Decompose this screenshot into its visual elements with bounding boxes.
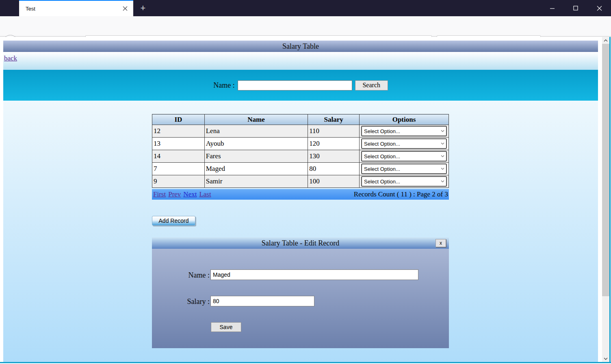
close-panel-button[interactable]: x <box>436 239 446 247</box>
table-header-row: ID Name Salary Options <box>152 114 449 125</box>
back-link[interactable]: back <box>4 54 17 62</box>
add-record-button[interactable]: Add Record <box>152 216 195 226</box>
chevron-down-icon <box>439 177 446 186</box>
minimize-button[interactable] <box>540 0 564 16</box>
edit-salary-label: Salary : <box>179 297 210 306</box>
cell-name: Lena <box>204 125 308 138</box>
cell-id: 13 <box>152 138 205 150</box>
cell-salary: 120 <box>308 138 360 150</box>
name-search-label: Name : <box>213 81 234 90</box>
table-row: 9 Samir 100 Select Option... <box>152 175 449 188</box>
cell-id: 12 <box>152 125 205 138</box>
cell-id: 9 <box>152 175 205 188</box>
table-row: 13 Ayoub 120 Select Option... <box>152 138 449 150</box>
cell-name: Maged <box>204 163 308 175</box>
options-select[interactable]: Select Option... <box>361 176 447 187</box>
options-select[interactable]: Select Option... <box>361 126 447 136</box>
window-border-right <box>609 37 611 362</box>
chevron-down-icon <box>439 164 446 173</box>
cell-salary: 130 <box>308 150 360 163</box>
cell-name: Samir <box>204 175 308 188</box>
scroll-up-icon[interactable] <box>602 37 609 44</box>
table-row: 12 Lena 110 Select Option... <box>152 125 449 138</box>
vertical-scrollbar[interactable] <box>602 37 609 362</box>
salary-table: ID Name Salary Options 12 Lena 110 Selec… <box>152 114 449 188</box>
chevron-down-icon <box>439 127 446 136</box>
back-row: back <box>3 52 598 70</box>
page-title: Salary Table <box>282 42 319 51</box>
cell-id: 14 <box>152 150 205 163</box>
browser-tab[interactable]: Test <box>19 0 133 16</box>
edit-name-label: Name : <box>182 271 210 280</box>
new-tab-button[interactable]: + <box>137 2 149 14</box>
search-band: Name : Search <box>3 70 598 101</box>
edit-panel-title: Salary Table - Edit Record <box>262 239 339 248</box>
cell-salary: 110 <box>308 125 360 138</box>
window-border-bottom <box>0 362 611 363</box>
cell-salary: 80 <box>308 163 360 175</box>
header-name: Name <box>204 114 308 125</box>
titlebar: Test + <box>0 0 611 16</box>
pagination-first-link[interactable]: First <box>153 190 166 198</box>
pagination-prev-link[interactable]: Prev <box>168 190 181 198</box>
cell-salary: 100 <box>308 175 360 188</box>
chevron-down-icon <box>439 152 446 161</box>
options-select[interactable]: Select Option... <box>361 164 447 174</box>
header-options: Options <box>359 114 448 125</box>
name-search-input[interactable] <box>238 80 352 90</box>
table-row: 7 Maged 80 Select Option... <box>152 163 449 175</box>
header-salary: Salary <box>308 114 360 125</box>
save-button[interactable]: Save <box>211 322 241 332</box>
page-title-bar: Salary Table <box>3 41 598 52</box>
browser-toolbar: https://testring.herokuapp.com/ringapp/i… <box>0 16 611 37</box>
edit-panel-body: Name : Salary : Save <box>152 249 449 348</box>
pagination-last-link[interactable]: Last <box>199 190 211 198</box>
tab-close-icon[interactable] <box>121 4 129 13</box>
table-row: 14 Fares 130 Select Option... <box>152 150 449 163</box>
records-count: Records Count ( 11 ) : Page 2 of 3 <box>354 190 449 198</box>
cell-name: Ayoub <box>204 138 308 150</box>
edit-record-panel: Salary Table - Edit Record x Name : Sala… <box>152 237 449 348</box>
scroll-down-icon[interactable] <box>602 355 609 362</box>
options-select[interactable]: Select Option... <box>361 151 447 162</box>
chevron-down-icon <box>439 139 446 148</box>
page-container: Salary Table back Name : Search ID Name … <box>3 41 598 362</box>
edit-salary-input[interactable] <box>210 296 314 306</box>
window-controls <box>540 0 611 16</box>
tab-title: Test <box>26 6 121 12</box>
search-button[interactable]: Search <box>355 80 388 90</box>
page-viewport: Salary Table back Name : Search ID Name … <box>0 37 611 362</box>
maximize-button[interactable] <box>564 0 587 16</box>
close-window-button[interactable] <box>587 0 611 16</box>
main-area: ID Name Salary Options 12 Lena 110 Selec… <box>3 101 598 362</box>
edit-panel-header: Salary Table - Edit Record x <box>152 237 449 249</box>
options-select[interactable]: Select Option... <box>361 138 447 149</box>
pagination-next-link[interactable]: Next <box>183 190 197 198</box>
cell-id: 7 <box>152 163 205 175</box>
scrollbar-thumb[interactable] <box>602 44 609 296</box>
cell-name: Fares <box>204 150 308 163</box>
edit-name-input[interactable] <box>210 269 418 280</box>
header-id: ID <box>152 114 205 125</box>
pagination-bar: First Prev Next Last Records Count ( 11 … <box>152 189 449 200</box>
